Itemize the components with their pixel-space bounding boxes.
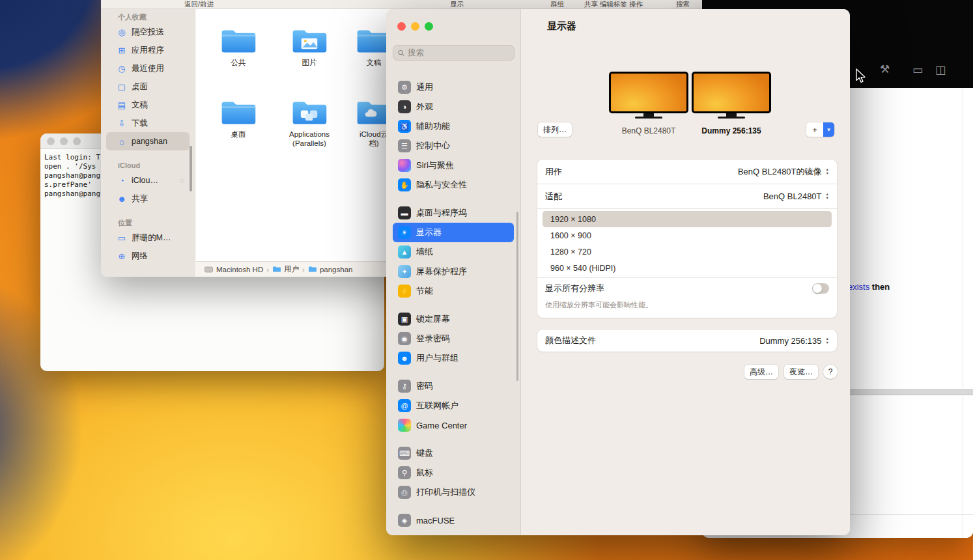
- privacy-icon: ✋: [398, 178, 411, 191]
- folder-label: 文稿: [367, 58, 382, 67]
- toolbar-button-label[interactable]: 返回/前进: [184, 0, 214, 9]
- sidebar-item-label: 显示器: [416, 227, 442, 238]
- sidebar-item-my-mac[interactable]: ▭胖珊的M…: [106, 229, 190, 247]
- scrollbar[interactable]: [963, 88, 963, 538]
- sidebar-item-screensaver[interactable]: ✦屏幕保护程序: [393, 262, 514, 281]
- resolution-option[interactable]: 1920 × 1080: [543, 211, 832, 227]
- sidebar-item-privacy[interactable]: ✋隐私与安全性: [393, 175, 514, 195]
- internet-accounts-icon: @: [398, 399, 411, 412]
- folder-desktop[interactable]: 桌面: [203, 98, 274, 139]
- code-token: exists: [848, 282, 869, 292]
- sidebar-item-label: 最近使用: [132, 63, 164, 74]
- close-button[interactable]: [397, 22, 406, 31]
- wallpaper-icon: ▲: [398, 245, 411, 259]
- chevron-down-icon[interactable]: ▾: [823, 122, 834, 137]
- sidebar-item-lock-screen[interactable]: ▣锁定屏幕: [393, 309, 514, 329]
- display-thumbnail-benq[interactable]: BenQ BL2480T: [609, 72, 688, 135]
- sidebar-item-shared[interactable]: ☻共享: [106, 189, 190, 208]
- sidebar-item-airdrop[interactable]: ◎隔空投送: [106, 23, 190, 41]
- sidebar-item-label: 控制中心: [416, 140, 450, 152]
- resolution-option[interactable]: 1600 × 900: [543, 227, 832, 244]
- show-all-resolutions-toggle[interactable]: [812, 283, 829, 294]
- sidebar-item-label: 桌面: [132, 81, 148, 92]
- code-token: then: [869, 282, 890, 292]
- help-button[interactable]: ?: [823, 365, 838, 379]
- toolbar-button-label[interactable]: 显示: [450, 0, 464, 9]
- night-shift-button[interactable]: 夜览…: [784, 365, 818, 379]
- disk-icon: [204, 266, 213, 273]
- zoom-button[interactable]: [73, 137, 81, 145]
- sidebar-item-appearance[interactable]: ◑外观: [393, 97, 514, 117]
- settings-sidebar: ⚙通用◑外观♿辅助功能☰控制中心Siri与聚焦✋隐私与安全性▬桌面与程序坞☀显示…: [386, 9, 521, 535]
- minimize-button[interactable]: [411, 22, 419, 31]
- resolution-option[interactable]: 1280 × 720: [543, 244, 832, 260]
- sidebar-item-login-password[interactable]: ◉登录密码: [393, 329, 514, 348]
- zoom-button[interactable]: [425, 22, 433, 31]
- sidebar-item-desktop[interactable]: ▢桌面: [106, 77, 190, 96]
- sidebar-item-displays[interactable]: ☀显示器: [393, 223, 514, 242]
- minimize-button[interactable]: [60, 137, 68, 145]
- login-password-icon: ◉: [398, 332, 411, 345]
- sidebar-item-printers[interactable]: ⎙打印机与扫描仪: [393, 483, 514, 502]
- toolbar-button-label[interactable]: 群组: [550, 0, 564, 9]
- search-input[interactable]: [408, 48, 509, 57]
- stepper-control[interactable]: ▲ ▼: [826, 193, 829, 200]
- sidebar-item-general[interactable]: ⚙通用: [393, 77, 514, 97]
- path-item[interactable]: Macintosh HD: [216, 266, 263, 273]
- users-groups-icon: ☻: [398, 352, 411, 365]
- control-center-icon: ☰: [398, 139, 411, 152]
- documents-icon: ▤: [117, 100, 127, 110]
- scrollbar[interactable]: [516, 212, 518, 381]
- path-item[interactable]: 用户: [284, 264, 299, 274]
- sidebar-item-keyboard[interactable]: ⌨键盘: [393, 443, 514, 463]
- sidebar-item-icloud-drive[interactable]: ◔iClou…◌: [106, 171, 190, 189]
- sidebar-item-downloads[interactable]: ⇩下载: [106, 114, 190, 132]
- toolbar-button-label[interactable]: 操作: [629, 0, 643, 9]
- folder-public[interactable]: 公共: [203, 27, 274, 67]
- sidebar-item-applications[interactable]: ⊞应用程序: [106, 41, 190, 59]
- build-hammer-icon[interactable]: ⚒: [880, 63, 890, 76]
- folder-applications-parallels[interactable]: Applications (Parallels): [274, 98, 345, 148]
- display-thumbnail-dummy[interactable]: Dummy 256:135: [692, 72, 771, 135]
- sidebar-item-recents[interactable]: ◷最近使用: [106, 59, 190, 77]
- arrange-button[interactable]: 排列…: [538, 122, 572, 137]
- sidebar-item-game-center[interactable]: Game Center: [393, 415, 514, 435]
- sidebar-item-home[interactable]: ⌂pangshan: [106, 132, 190, 150]
- toolbar-button-label[interactable]: 搜索: [676, 0, 690, 9]
- use-as-label: 用作: [545, 166, 562, 178]
- search-field[interactable]: [393, 45, 515, 61]
- toolbar-button-label[interactable]: 共享: [584, 0, 598, 9]
- stepper-control[interactable]: ▲ ▼: [826, 337, 829, 344]
- sidebar-item-documents[interactable]: ▤文稿: [106, 96, 190, 114]
- sidebar-item-desktop-dock[interactable]: ▬桌面与程序坞: [393, 203, 514, 223]
- sidebar-item-wallpaper[interactable]: ▲墙纸: [393, 242, 514, 262]
- folder-pictures[interactable]: 图片: [274, 27, 345, 67]
- path-item[interactable]: pangshan: [320, 266, 353, 273]
- stepper-control[interactable]: ▲ ▼: [826, 168, 829, 175]
- sidebar-item-control-center[interactable]: ☰控制中心: [393, 136, 514, 156]
- preview-icon[interactable]: ▭: [912, 63, 923, 77]
- sidebar-item-mouse[interactable]: ⚲鼠标: [393, 463, 514, 483]
- sidebar-item-network[interactable]: ⊕网络: [106, 247, 190, 265]
- folder-label: 桌面: [231, 130, 246, 139]
- layout-columns-icon[interactable]: ◫: [935, 63, 946, 77]
- sidebar-item-passwords[interactable]: ⚷密码: [393, 376, 514, 396]
- sidebar-item-internet-accounts[interactable]: @互联网帐户: [393, 396, 514, 415]
- resolution-option[interactable]: 960 × 540 (HiDPI): [543, 260, 832, 276]
- finder-sidebar: 个人收藏◎隔空投送⊞应用程序◷最近使用▢桌面▤文稿⇩下载⌂pangshaniCl…: [101, 9, 195, 277]
- folder-label: 公共: [231, 58, 246, 67]
- sidebar-item-users-groups[interactable]: ☻用户与群组: [393, 348, 514, 368]
- sidebar-item-accessibility[interactable]: ♿辅助功能: [393, 117, 514, 136]
- accessibility-icon: ♿: [398, 120, 411, 133]
- add-display-button[interactable]: +: [806, 122, 823, 137]
- sidebar-section-header: iCloud: [101, 160, 195, 171]
- close-button[interactable]: [47, 137, 55, 145]
- desktop: Last login: Topen . '/Syspangshan@pangs.…: [0, 0, 973, 560]
- sidebar-item-energy[interactable]: ⚡节能: [393, 281, 514, 301]
- sidebar-item-macfuse[interactable]: ◈macFUSE: [393, 511, 514, 530]
- scrollbar[interactable]: [190, 146, 192, 191]
- finder-toolbar[interactable]: 返回/前进显示群组共享编辑标签操作搜索: [101, 0, 703, 9]
- advanced-button[interactable]: 高级…: [744, 365, 778, 379]
- sidebar-item-siri[interactable]: Siri与聚焦: [393, 156, 514, 175]
- toolbar-button-label[interactable]: 编辑标签: [600, 0, 627, 9]
